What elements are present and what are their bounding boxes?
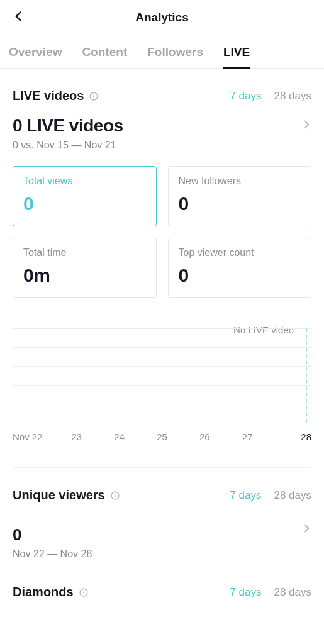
card-top-viewer-count[interactable]: Top viewer count 0 <box>168 238 312 298</box>
back-button[interactable] <box>13 10 25 25</box>
tab-content[interactable]: Content <box>82 35 128 68</box>
card-label: Total time <box>23 247 146 258</box>
range-7days[interactable]: 7 days <box>230 586 261 599</box>
card-label: New followers <box>179 175 301 187</box>
chart-x-tick: 28 <box>269 431 311 442</box>
unique-viewers-row[interactable]: 0 <box>13 514 311 545</box>
range-7days[interactable]: 7 days <box>230 489 261 502</box>
card-value: 0 <box>179 193 301 214</box>
chart-x-tick: Nov 22 <box>13 431 55 442</box>
svg-point-2 <box>94 94 94 95</box>
chevron-right-icon <box>301 523 311 536</box>
svg-point-5 <box>115 494 115 494</box>
live-videos-headline: 0 LIVE videos <box>13 116 123 136</box>
live-videos-compare: 0 vs. Nov 15 — Nov 21 <box>13 140 311 151</box>
range-28days[interactable]: 28 days <box>274 90 311 103</box>
card-label: Total views <box>23 175 146 187</box>
card-value: 0 <box>179 265 301 286</box>
card-label: Top viewer count <box>179 247 301 258</box>
chart-x-tick: 24 <box>98 431 141 442</box>
live-videos-row[interactable]: 0 LIVE videos <box>13 116 311 136</box>
range-28days[interactable]: 28 days <box>274 586 311 599</box>
card-total-views[interactable]: Total views 0 <box>13 166 157 226</box>
tab-followers[interactable]: Followers <box>147 35 203 68</box>
card-value: 0m <box>23 265 146 286</box>
live-videos-chart: No LIVE video Nov 22232425262728 <box>13 328 311 442</box>
chart-x-tick: 26 <box>183 431 226 442</box>
card-total-time[interactable]: Total time 0m <box>13 238 157 298</box>
info-icon[interactable] <box>79 587 89 597</box>
unique-viewers-value: 0 <box>13 525 21 545</box>
card-value: 0 <box>23 193 146 214</box>
page-title: Analytics <box>135 11 188 25</box>
chart-marker <box>306 328 307 423</box>
diamonds-title: Diamonds <box>13 585 74 599</box>
tab-bar: Overview Content Followers LIVE <box>0 35 324 69</box>
card-new-followers[interactable]: New followers 0 <box>168 166 312 226</box>
chart-x-tick: 23 <box>55 431 98 442</box>
chart-x-tick: 25 <box>141 431 184 442</box>
range-7days[interactable]: 7 days <box>230 90 261 103</box>
info-icon[interactable] <box>89 91 99 101</box>
live-videos-title: LIVE videos <box>13 89 84 103</box>
unique-viewers-title: Unique viewers <box>13 488 105 502</box>
range-28days[interactable]: 28 days <box>274 489 311 502</box>
info-icon[interactable] <box>110 491 120 501</box>
unique-viewers-range: Nov 22 — Nov 28 <box>13 548 311 560</box>
chart-x-tick: 27 <box>226 431 269 442</box>
tab-live[interactable]: LIVE <box>223 35 250 68</box>
tab-overview[interactable]: Overview <box>9 35 62 68</box>
chevron-right-icon <box>301 119 311 132</box>
svg-point-8 <box>83 591 84 591</box>
